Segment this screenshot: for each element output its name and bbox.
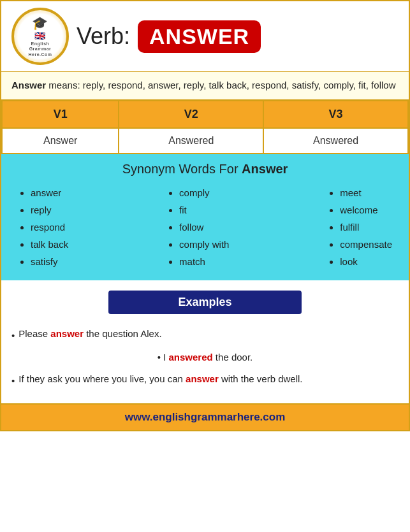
bullet-icon: • (11, 371, 15, 391)
highlight-answered: answered (169, 352, 213, 363)
synonym-col-3: meet welcome fulfill compensate look (327, 184, 392, 270)
list-item: comply with (179, 236, 229, 253)
list-item: respond (31, 219, 68, 236)
bullet-icon: • (11, 326, 15, 345)
synonym-title: Synonym Words For Answer (11, 162, 399, 176)
list-item: match (179, 253, 229, 270)
highlight-answer: answer (50, 328, 84, 339)
example-item-3: • If they ask you where you live, you ca… (11, 370, 399, 391)
synonym-section: Synonym Words For Answer answer reply re… (1, 154, 409, 280)
list-item: fit (179, 201, 229, 219)
example-text-3: If they ask you where you live, you can … (18, 370, 302, 389)
logo-inner: 🎓 🇬🇧 EnglishGrammarHere.Com (28, 15, 52, 57)
list-item: comply (179, 184, 229, 201)
synonym-col-1: answer reply respond talk back satisfy (18, 184, 68, 270)
list-item: reply (31, 201, 68, 219)
logo-flag-icon: 🇬🇧 (28, 31, 52, 41)
example-item-2: • I answered the door. (11, 348, 399, 367)
table-cell-v1: Answer (2, 128, 119, 154)
synonym-columns: answer reply respond talk back satisfy c… (11, 184, 399, 270)
example-text-part: the question Alex. (84, 328, 162, 339)
list-item: meet (340, 184, 392, 201)
example-text-part: with the verb dwell. (219, 373, 303, 384)
example-text-part: If they ask you where you live, you can (18, 373, 186, 384)
logo-text: EnglishGrammarHere.Com (28, 41, 52, 57)
logo: 🎓 🇬🇧 EnglishGrammarHere.Com (11, 8, 69, 65)
table-header-v1: V1 (2, 101, 119, 128)
example-item-1: • Please answer the question Alex. (11, 324, 399, 345)
table-row: Answer Answered Answered (2, 128, 408, 154)
table-header-v2: V2 (119, 101, 263, 128)
header: 🎓 🇬🇧 EnglishGrammarHere.Com Verb: ANSWER (1, 1, 409, 71)
verb-label: Verb: (77, 23, 130, 50)
logo-hat-icon: 🎓 (28, 15, 52, 31)
example-text-1: Please answer the question Alex. (18, 324, 161, 343)
example-text-part: I (163, 352, 168, 363)
list-item: welcome (340, 201, 392, 219)
answer-badge: ANSWER (138, 20, 261, 53)
table-cell-v3: Answered (263, 128, 408, 154)
table-cell-v2: Answered (119, 128, 263, 154)
examples-list: • Please answer the question Alex. • I a… (11, 324, 399, 391)
highlight-answer-2: answer (186, 373, 219, 384)
list-item: look (340, 253, 392, 270)
examples-header: Examples (108, 291, 302, 314)
title-area: Verb: ANSWER (77, 20, 261, 53)
bullet-icon: • (157, 352, 163, 363)
list-item: fulfill (340, 219, 392, 236)
list-item: satisfy (31, 253, 68, 270)
footer-url: www.englishgrammarhere.com (125, 411, 286, 423)
example-text-part: Please (18, 328, 50, 339)
list-item: compensate (340, 236, 392, 253)
example-text-part: the door. (213, 352, 253, 363)
list-item: answer (31, 184, 68, 201)
means-text: means: reply, respond, answer, reply, ta… (46, 80, 395, 90)
list-item: follow (179, 219, 229, 236)
means-word: Answer (11, 80, 46, 90)
means-section: Answer means: reply, respond, answer, re… (1, 71, 409, 100)
synonym-title-bold: Answer (242, 162, 288, 176)
footer: www.englishgrammarhere.com (1, 403, 409, 430)
synonym-col-2: comply fit follow comply with match (166, 184, 229, 270)
list-item: talk back (31, 236, 68, 253)
table-header-v3: V3 (263, 101, 408, 128)
verb-table: V1 V2 V3 Answer Answered Answered (1, 100, 409, 154)
examples-section: Examples • Please answer the question Al… (1, 280, 409, 403)
synonym-title-text: Synonym Words For (122, 162, 242, 176)
page-wrapper: 🎓 🇬🇧 EnglishGrammarHere.Com Verb: ANSWER… (0, 0, 410, 431)
